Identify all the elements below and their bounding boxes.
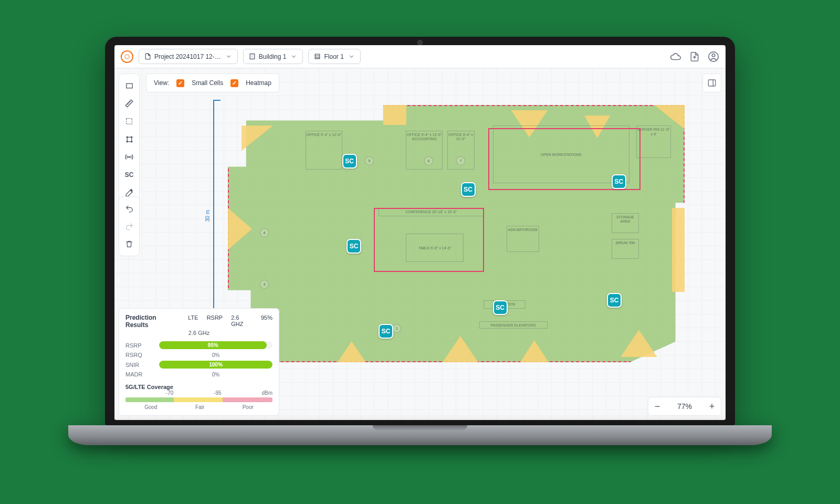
metric-bar: 95% [159, 341, 272, 349]
room-office: OFFICE 9'-4" x 12'-6" ACCOUNTING [406, 131, 443, 170]
room-number: 5 [365, 156, 374, 165]
tool-ap[interactable] [121, 149, 138, 165]
laptop-notch [373, 425, 467, 430]
room-server: SERVER RM 11'-0" x 9' [636, 125, 671, 158]
tool-rectangle[interactable] [121, 77, 138, 94]
project-picker[interactable]: Project 20241017 12-… [139, 49, 238, 64]
laptop-base [68, 425, 772, 445]
app-body: SC View: ✓ Small Cells ✓ Heatmap [114, 68, 726, 420]
svg-point-8 [131, 136, 132, 138]
tick: dBm [261, 390, 272, 396]
floor-picker[interactable]: Floor 1 [308, 49, 360, 64]
view-toggle-bar: View: ✓ Small Cells ✓ Heatmap [146, 74, 279, 92]
checkbox-heatmap[interactable]: ✓ [230, 79, 238, 87]
room-number: 4 [260, 228, 269, 237]
svg-point-10 [131, 141, 132, 142]
tool-delete[interactable] [121, 236, 138, 253]
zoom-value: 77% [666, 402, 703, 411]
coverage-ticks: -70 -95 dBm [125, 390, 272, 396]
room-number: 7 [456, 156, 465, 165]
svg-rect-4 [126, 83, 132, 88]
building-picker[interactable]: Building 1 [243, 49, 303, 64]
laptop-lid: Project 20241017 12-… Building 1 Floor 1 [105, 37, 735, 425]
zoom-control: − 77% + [648, 397, 721, 416]
checkbox-small-cells[interactable]: ✓ [176, 79, 184, 87]
band-label: Poor [243, 404, 254, 410]
project-name: Project 20241017 12-… [154, 53, 221, 60]
tool-select-marquee[interactable] [121, 113, 138, 130]
results-chip: 2.6 GHZ [231, 314, 253, 327]
prediction-results-panel: Prediction Results LTE RSRP 2.6 GHZ 95% … [119, 308, 279, 416]
metric-row: RSRQ 0% [125, 352, 272, 358]
tool-undo[interactable] [121, 200, 138, 217]
results-chip: LTE [188, 314, 198, 321]
small-cell-marker[interactable]: SC [379, 324, 393, 339]
floorplan[interactable]: OFFICE 9'-4" x 12'-6" OFFICE 9'-4" x 12'… [228, 105, 685, 362]
small-cell-marker[interactable]: SC [461, 182, 476, 197]
tool-rail-edit [119, 196, 140, 256]
top-bar: Project 20241017 12-… Building 1 Floor 1 [114, 45, 726, 68]
building-name: Building 1 [259, 53, 287, 60]
svg-point-3 [712, 54, 715, 57]
tool-small-cell[interactable]: SC [121, 166, 138, 183]
coverage-gradient: -70 -95 dBm [125, 397, 272, 402]
svg-rect-5 [127, 119, 132, 124]
small-cell-marker[interactable]: SC [493, 300, 508, 315]
band-label: Fair [195, 404, 204, 410]
room-storage: STORAGE AREA [612, 213, 639, 233]
floor-name: Floor 1 [324, 53, 343, 60]
tick: -70 [166, 390, 173, 396]
small-cell-marker[interactable]: SC [612, 174, 626, 189]
metric-label: RSRP [125, 342, 154, 349]
tool-area[interactable] [121, 131, 138, 148]
room-number: 6 [424, 156, 433, 165]
chevron-down-icon [290, 53, 297, 60]
coverage-title: 5G/LTE Coverage [125, 384, 272, 390]
room-elevators: PASSENGER ELEVATORS [479, 321, 548, 329]
svg-rect-12 [708, 80, 716, 86]
heatmap-fair-patch [383, 105, 406, 125]
cloud-sync-icon[interactable] [670, 51, 681, 62]
svg-point-11 [129, 156, 130, 158]
view-label: View: [154, 79, 169, 87]
app-logo-icon [121, 50, 133, 63]
tool-measure[interactable] [121, 95, 138, 112]
camera-dot [417, 40, 423, 45]
metric-row: RSRP 95% [125, 341, 272, 349]
small-cell-marker[interactable]: SC [346, 239, 361, 254]
metric-value: 0% [159, 372, 272, 377]
band-label: Good [144, 404, 157, 410]
tool-rail-main: SC [119, 74, 140, 205]
metric-value: 95% [159, 341, 267, 349]
results-title: Prediction Results [125, 314, 180, 329]
room-number: 3 [260, 280, 269, 289]
room-break: BREAK RM [612, 239, 639, 259]
selection-box[interactable] [374, 208, 484, 272]
tool-redo[interactable] [121, 218, 138, 235]
chevron-down-icon [348, 53, 355, 60]
topbar-right [670, 51, 719, 62]
export-icon[interactable] [689, 51, 700, 62]
results-subtitle: 2.6 GHz [125, 330, 272, 336]
app-screen: Project 20241017 12-… Building 1 Floor 1 [114, 45, 726, 420]
tick: -95 [214, 390, 221, 396]
results-chip: RSRP [207, 314, 223, 321]
results-chip: 95% [261, 314, 272, 321]
metric-value: 0% [159, 352, 272, 358]
metric-label: RSRQ [125, 352, 154, 358]
zoom-out-button[interactable]: − [648, 397, 666, 415]
svg-rect-1 [316, 54, 320, 59]
room-ada-bath: ADA BATHROOM [507, 226, 539, 252]
small-cell-marker[interactable]: SC [607, 293, 622, 308]
metric-row: SNIR 100% [125, 361, 272, 369]
account-icon[interactable] [708, 51, 719, 62]
heatmap-label: Heatmap [246, 79, 271, 87]
metric-value: 100% [159, 361, 272, 369]
svg-rect-6 [127, 137, 132, 142]
zoom-in-button[interactable]: + [703, 397, 721, 415]
room-number: 1 [392, 324, 401, 333]
small-cell-marker[interactable]: SC [342, 154, 357, 169]
chevron-down-icon [225, 53, 232, 60]
results-header: Prediction Results LTE RSRP 2.6 GHZ 95% [125, 314, 272, 329]
panel-toggle-button[interactable] [702, 74, 721, 92]
